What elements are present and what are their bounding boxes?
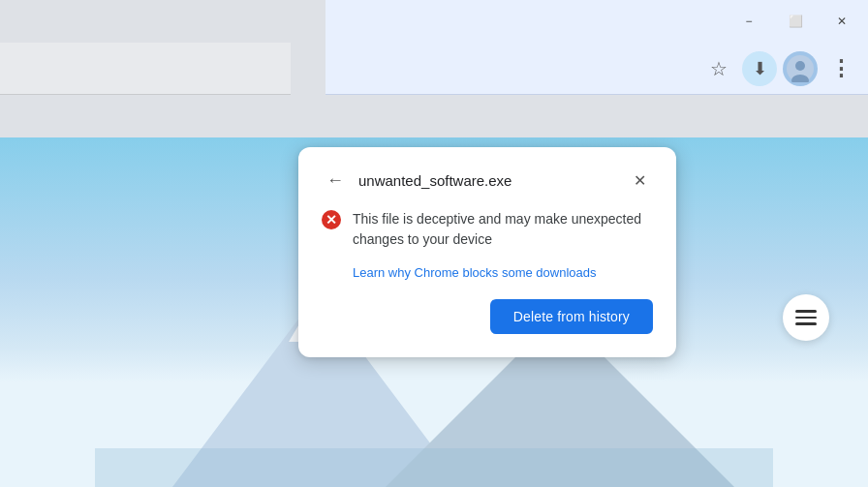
svg-text:✕: ✕ [326,212,337,228]
popup-body: ✕ This file is deceptive and may make un… [322,209,653,250]
left-browser-chrome [0,0,291,137]
left-address-bar [0,43,291,95]
bookmark-button[interactable]: ☆ [701,51,736,86]
error-icon: ✕ [322,210,341,229]
more-icon: ⋮ [830,56,852,81]
popup-close-button[interactable]: ✕ [626,167,653,194]
star-icon: ☆ [710,57,728,80]
warning-message: This file is deceptive and may make unex… [353,209,653,250]
close-button[interactable]: ✕ [820,0,864,43]
download-warning-popup: ← unwanted_software.exe ✕ ✕ This file is… [298,147,676,357]
profile-avatar[interactable] [783,51,818,86]
minimize-button[interactable]: − [727,0,771,43]
hamburger-line-2 [795,317,817,320]
download-button[interactable]: ⬇ [742,51,777,86]
svg-point-1 [795,61,805,71]
hamburger-line-1 [795,310,817,313]
filename-label: unwanted_software.exe [358,172,616,189]
left-tab-bar [0,0,291,43]
popup-close-icon: ✕ [634,171,646,190]
hamburger-line-3 [795,322,817,325]
back-icon: ← [326,170,344,191]
maximize-button[interactable]: ⬜ [773,0,818,43]
hamburger-area [783,275,829,341]
address-bar-row: ☆ ⬇ ⋮ [326,43,868,95]
back-button[interactable]: ← [322,167,349,194]
learn-more-link[interactable]: Learn why Chrome blocks some downloads [353,265,653,280]
hamburger-lines [795,310,817,325]
window-title-bar: − ⬜ ✕ [326,0,868,43]
download-icon: ⬇ [753,58,767,79]
hamburger-button[interactable] [783,294,829,341]
minimize-icon: − [745,15,752,28]
maximize-icon: ⬜ [789,15,803,28]
popup-header: ← unwanted_software.exe ✕ [322,167,653,194]
delete-from-history-button[interactable]: Delete from history [490,299,653,334]
svg-rect-11 [95,448,773,487]
page-content: ← unwanted_software.exe ✕ ✕ This file is… [0,137,868,487]
more-menu-button[interactable]: ⋮ [823,51,858,86]
close-icon: ✕ [837,15,847,28]
avatar-image [787,55,814,82]
popup-actions: Delete from history [322,299,653,334]
